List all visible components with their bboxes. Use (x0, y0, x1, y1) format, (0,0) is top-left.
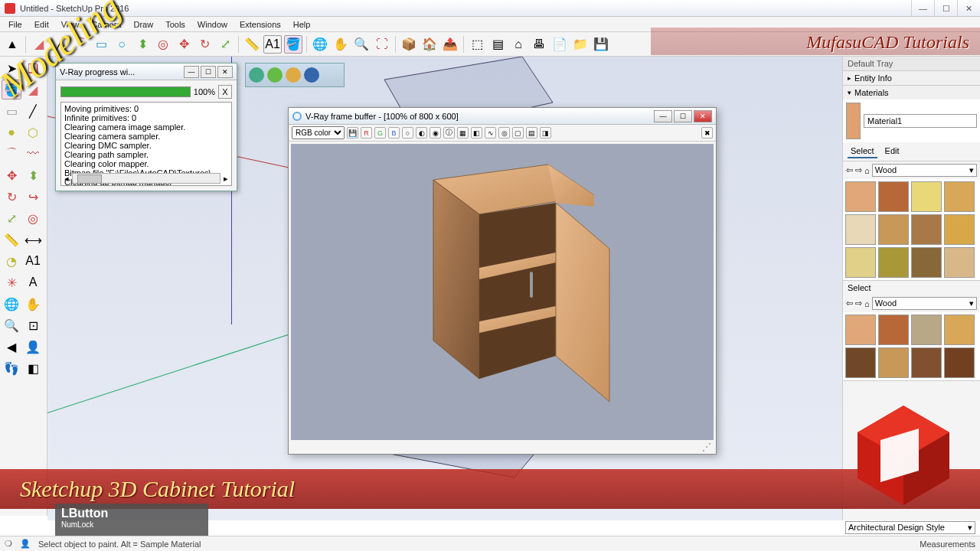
move2-icon[interactable]: ✥ (2, 165, 21, 185)
offset-icon[interactable]: ◎ (154, 35, 172, 54)
material-swatch[interactable] (878, 315, 909, 345)
vfb-info-icon[interactable]: ⓘ (443, 127, 455, 139)
orbit2-icon[interactable]: 🌐 (2, 294, 21, 314)
circle2-icon[interactable]: ● (2, 122, 21, 142)
zoom2-icon[interactable]: 🔍 (2, 315, 21, 335)
position-camera-icon[interactable]: 👤 (23, 337, 43, 357)
scale-icon[interactable]: ⤢ (216, 35, 234, 54)
menu-file[interactable]: File (3, 18, 28, 31)
vfb-curve-icon[interactable]: ∿ (485, 127, 496, 139)
vfb-compare-icon[interactable]: ◨ (540, 127, 551, 139)
protractor-icon[interactable]: ◔ (2, 251, 21, 271)
vfb-close-button[interactable]: ✕ (694, 110, 712, 122)
circle-icon[interactable]: ○ (113, 35, 131, 54)
vfb-cc-icon[interactable]: ◧ (471, 127, 482, 139)
material-swatch[interactable] (944, 315, 975, 345)
geo-icon[interactable]: ❍ (5, 539, 12, 549)
text-icon[interactable]: A1 (263, 35, 282, 54)
previous-icon[interactable]: ◀ (2, 337, 21, 357)
paint-icon[interactable]: 🪣 (284, 35, 302, 54)
menu-extensions[interactable]: Extensions (234, 18, 286, 31)
section-icon[interactable]: ◧ (23, 358, 43, 378)
render-canvas[interactable] (291, 144, 714, 440)
tape-icon[interactable]: 📏 (243, 35, 261, 54)
log-scrollbar[interactable]: ◂▸ (64, 173, 228, 184)
collection2-dropdown[interactable]: Wood▾ (872, 297, 977, 310)
freehand-icon[interactable]: 〰 (23, 144, 43, 164)
vray-options-icon[interactable] (286, 67, 301, 83)
vfb-stamp-icon[interactable]: ▢ (512, 127, 524, 139)
menu-tools[interactable]: Tools (160, 18, 191, 31)
walk-icon[interactable]: 👣 (2, 358, 21, 378)
nav-home-icon[interactable]: ⌂ (864, 166, 870, 175)
vfb-min-button[interactable]: — (654, 110, 672, 122)
nav-fwd-icon[interactable]: ⇨ (855, 165, 862, 175)
line2-icon[interactable]: ╱ (23, 101, 43, 121)
followme-icon[interactable]: ↪ (23, 187, 43, 207)
vfb-history-icon[interactable]: ▤ (526, 127, 537, 139)
materials-header[interactable]: Materials (843, 86, 980, 99)
axes-icon[interactable]: ✳ (2, 272, 21, 292)
material-swatch[interactable] (845, 247, 876, 278)
nav-back2-icon[interactable]: ⇦ (846, 298, 853, 308)
menu-window[interactable]: Window (192, 18, 233, 31)
vray-render-icon[interactable] (249, 67, 264, 83)
close-button[interactable]: ✕ (957, 0, 980, 17)
nav-home2-icon[interactable]: ⌂ (864, 299, 870, 308)
material-swatch[interactable] (911, 315, 942, 345)
pan2-icon[interactable]: ✋ (23, 294, 43, 314)
progress-max-button[interactable]: ☐ (201, 66, 216, 78)
zoom-extents-icon[interactable]: ⛶ (373, 35, 391, 54)
zoomwin-icon[interactable]: ⊡ (23, 315, 43, 335)
vray-rt-icon[interactable] (267, 67, 283, 83)
style-dropdown[interactable]: Architectural Design Style▾ (845, 521, 975, 534)
material-swatch[interactable] (845, 347, 876, 378)
minimize-button[interactable]: — (911, 0, 934, 17)
material-swatch[interactable] (845, 214, 876, 245)
pushpull-icon[interactable]: ⬍ (133, 35, 152, 54)
outliner-icon[interactable]: ⌂ (509, 35, 528, 54)
vfb-lens-icon[interactable]: ◎ (498, 127, 510, 139)
material-swatch[interactable] (911, 214, 942, 245)
nav-back-icon[interactable]: ⇦ (846, 165, 853, 175)
material-swatch[interactable] (878, 181, 909, 212)
material-swatch[interactable] (911, 347, 942, 378)
scale2-icon[interactable]: ⤢ (2, 208, 21, 228)
menu-draw[interactable]: Draw (128, 18, 158, 31)
material-preview-swatch[interactable] (846, 103, 861, 139)
person-icon[interactable]: 👤 (20, 539, 31, 549)
move-icon[interactable]: ✥ (175, 35, 193, 54)
zoom-icon[interactable]: 🔍 (352, 35, 371, 54)
tape2-icon[interactable]: 📏 (2, 230, 21, 249)
vfb-max-button[interactable]: ☐ (674, 110, 692, 122)
text2-icon[interactable]: A1 (23, 251, 43, 271)
vfb-g-button[interactable]: G (374, 127, 386, 139)
polygon-icon[interactable]: ⬡ (23, 122, 43, 142)
vfb-save-icon[interactable]: 💾 (347, 127, 358, 139)
vfb-mono-icon[interactable]: ○ (402, 127, 413, 139)
progress-close-button[interactable]: ✕ (217, 66, 233, 78)
tab-select[interactable]: Select (848, 145, 877, 158)
vray-toolbar[interactable] (245, 63, 345, 87)
material-swatch[interactable] (944, 247, 975, 278)
print-icon[interactable]: 🖶 (530, 35, 548, 54)
rotate-icon[interactable]: ↻ (195, 35, 214, 54)
progress-cancel-button[interactable]: X (218, 85, 232, 99)
layers-icon[interactable]: ▤ (488, 35, 507, 54)
offset2-icon[interactable]: ◎ (23, 208, 43, 228)
orbit-icon[interactable]: 🌐 (311, 35, 329, 54)
material-swatch[interactable] (911, 181, 942, 212)
vfb-r-button[interactable]: R (361, 127, 372, 139)
nav-fwd2-icon[interactable]: ⇨ (855, 298, 862, 308)
maximize-button[interactable]: ☐ (934, 0, 957, 17)
warehouse-icon[interactable]: 📦 (400, 35, 418, 54)
component-icon[interactable]: 🏠 (420, 35, 439, 54)
vfb-alpha-icon[interactable]: ◐ (416, 127, 427, 139)
pan-icon[interactable]: ✋ (332, 35, 350, 54)
vfb-clamp-icon[interactable]: ◉ (430, 127, 441, 139)
arc2-icon[interactable]: ⌒ (2, 144, 21, 164)
progress-min-button[interactable]: — (184, 66, 199, 78)
material-swatch[interactable] (878, 347, 909, 378)
3dtext-icon[interactable]: A (23, 272, 43, 292)
save-icon[interactable]: 💾 (592, 35, 610, 54)
